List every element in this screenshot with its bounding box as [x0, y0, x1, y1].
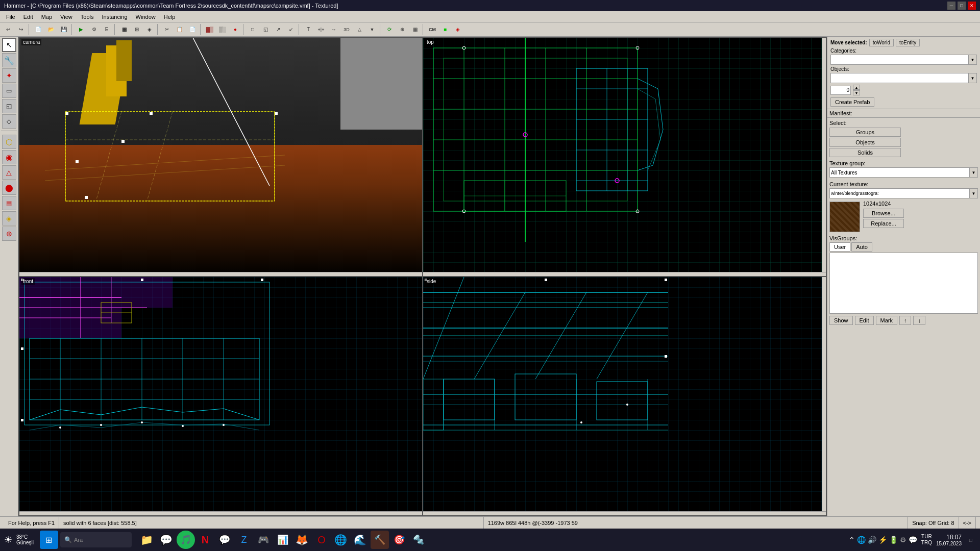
menu-view[interactable]: View [56, 13, 77, 21]
viewport-top[interactable]: top [423, 38, 826, 276]
create-prefab-button[interactable]: Create Prefab [830, 97, 874, 107]
browse-button[interactable]: Browse... [863, 209, 904, 218]
notification-button[interactable]: □ [966, 530, 976, 550]
close-app-button[interactable]: ✕ [968, 2, 976, 10]
open-button[interactable]: 📂 [45, 24, 57, 35]
toggle-grid[interactable]: ▦ [118, 24, 130, 35]
tool-brush[interactable]: ▭ [2, 84, 16, 98]
tool-morph[interactable]: ◇ [2, 114, 16, 129]
taskbar-steam[interactable]: 🎮 [254, 531, 273, 549]
menu-tools[interactable]: Tools [77, 13, 98, 21]
show-button[interactable]: Show [829, 316, 853, 325]
texture-group-arrow[interactable]: ▼ [970, 167, 978, 178]
move-down-button[interactable]: ↓ [913, 316, 925, 325]
taskbar-zoom[interactable]: Z [235, 531, 253, 549]
tb-btn-solid2[interactable]: ▒░ [216, 24, 229, 35]
categories-arrow[interactable]: ▼ [969, 55, 977, 65]
taskbar-firefox[interactable]: 🦊 [293, 531, 311, 549]
vg-tab-user[interactable]: User [829, 242, 850, 252]
tb-btn-arrow2[interactable]: ↙ [285, 24, 297, 35]
taskbar-teams[interactable]: 💬 [157, 531, 176, 549]
categories-dropdown[interactable] [830, 55, 969, 65]
solids-button[interactable]: Solids [829, 148, 901, 157]
menu-window[interactable]: Window [132, 13, 160, 21]
current-texture-arrow[interactable]: ▼ [970, 188, 978, 198]
tray-icon-4[interactable]: 🔋 [889, 536, 898, 544]
tb-btn-flip[interactable]: ↔ [328, 24, 340, 35]
copy-button[interactable]: 📋 [174, 24, 186, 35]
side-scrollbar-h[interactable] [423, 511, 826, 515]
taskbar-netflix[interactable]: N [196, 531, 214, 549]
tb-btn-r2[interactable]: ⊕ [396, 24, 408, 35]
tool-axis[interactable]: ⊕ [2, 227, 16, 241]
groups-button[interactable]: Groups [829, 128, 901, 137]
taskbar-hammer[interactable]: 🔨 [371, 531, 389, 549]
spin-up[interactable]: ▲ [853, 85, 860, 90]
new-button[interactable]: 📄 [32, 24, 44, 35]
tb-btn-hatch[interactable]: ▓▒ [204, 24, 216, 35]
viewport-camera[interactable]: camera [19, 38, 422, 276]
tool-entity[interactable]: ✦ [2, 68, 16, 83]
visgroups-list[interactable] [829, 253, 978, 314]
tb-btn-arrow[interactable]: ↗ [272, 24, 284, 35]
tool-stairs[interactable]: ▤ [2, 196, 16, 210]
texture-group-dropdown[interactable]: All Textures [829, 167, 970, 178]
tb-btn-3d2[interactable]: △ [353, 24, 365, 35]
tb-btn-red[interactable]: ◈ [452, 24, 464, 35]
taskbar-edge[interactable]: 🌊 [351, 531, 370, 549]
menu-file[interactable]: File [2, 13, 19, 21]
compile-button[interactable]: ⚙ [88, 24, 100, 35]
taskbar-chrome[interactable]: 🌐 [332, 531, 350, 549]
tray-icon-6[interactable]: 💬 [909, 536, 917, 544]
tb-btn-3d1[interactable]: 3D [340, 24, 353, 35]
tool-cylinder[interactable]: ⬤ [2, 181, 16, 195]
replace-button[interactable]: Replace... [863, 219, 904, 228]
tray-up-arrow[interactable]: ⌃ [849, 536, 855, 544]
viewport-side[interactable]: side [423, 277, 826, 515]
edit-button[interactable]: Edit [855, 316, 874, 325]
tool-sphere[interactable]: ◉ [2, 150, 16, 164]
tool-wedge[interactable]: ◈ [2, 211, 16, 226]
vg-tab-auto[interactable]: Auto [851, 242, 872, 252]
tool-arch[interactable]: ⬡ [2, 135, 16, 149]
tool-clip[interactable]: ◱ [2, 99, 16, 113]
tb-btn-box[interactable]: □ [247, 24, 259, 35]
tb-btn-circle[interactable]: ● [229, 24, 241, 35]
tool-select[interactable]: ↖ [2, 38, 16, 52]
tray-icon-5[interactable]: ⚙ [900, 536, 906, 544]
toggle-snap[interactable]: ⊞ [131, 24, 143, 35]
menu-edit[interactable]: Edit [19, 13, 37, 21]
tb-btn-grid[interactable]: ▦ [409, 24, 421, 35]
run-button[interactable]: ▶ [75, 24, 87, 35]
objects-button[interactable]: Objects [829, 138, 901, 147]
restore-button[interactable]: □ [958, 2, 966, 10]
camera-scrollbar-h[interactable] [19, 272, 422, 276]
number-input[interactable]: 0 [830, 86, 851, 95]
save-button[interactable]: 💾 [58, 24, 70, 35]
menu-help[interactable]: Help [160, 13, 180, 21]
tool-cone[interactable]: △ [2, 165, 16, 180]
search-box[interactable]: 🔍 Ara [60, 532, 132, 547]
objects-dropdown[interactable] [830, 73, 969, 83]
menu-instancing[interactable]: Instancing [97, 13, 131, 21]
minimize-button[interactable]: ─ [947, 2, 955, 10]
cut-button[interactable]: ✂ [161, 24, 173, 35]
taskbar-tf2[interactable]: 🔩 [409, 531, 428, 549]
taskbar-steam2[interactable]: 🎯 [390, 531, 408, 549]
to-entity-button[interactable]: toEntity [896, 39, 920, 46]
taskbar-excel[interactable]: 📊 [274, 531, 292, 549]
tray-icon-1[interactable]: 🌐 [857, 536, 866, 544]
toggle-vis[interactable]: ◈ [143, 24, 156, 35]
undo-button[interactable]: ↩ [2, 24, 14, 35]
current-texture-dropdown[interactable]: winter/blendgrasstogra: [829, 188, 970, 198]
tb-btn-green[interactable]: ■ [439, 24, 451, 35]
tb-btn-t2[interactable]: +|+ [315, 24, 327, 35]
tb-btn-3d3[interactable]: ▼ [366, 24, 378, 35]
taskbar-explorer[interactable]: 📁 [138, 531, 156, 549]
move-up-button[interactable]: ↑ [899, 316, 912, 325]
taskbar-discord[interactable]: 💬 [215, 531, 234, 549]
menu-map[interactable]: Map [37, 13, 56, 21]
tray-icon-2[interactable]: 🔊 [868, 536, 876, 544]
tb-btn-t1[interactable]: T [302, 24, 314, 35]
side-scrollbar-v[interactable] [822, 277, 826, 511]
